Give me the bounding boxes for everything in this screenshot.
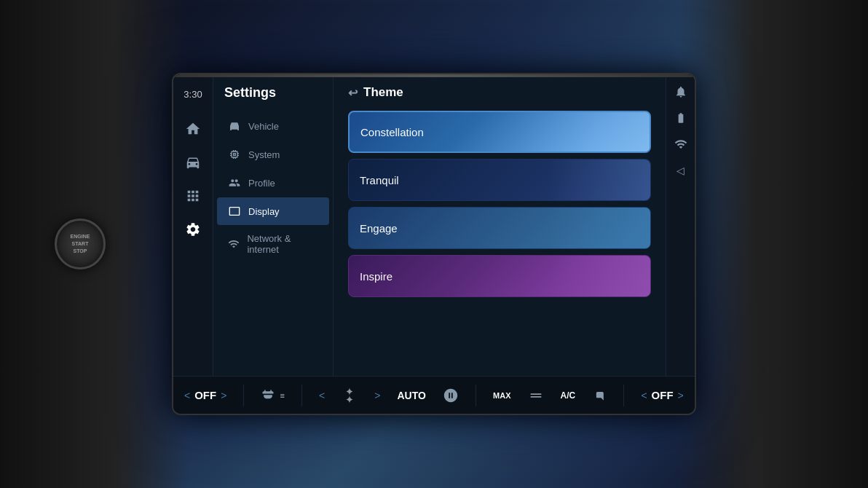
defrost-icon[interactable] xyxy=(528,387,544,404)
climate-sync-icon[interactable] xyxy=(443,387,459,404)
settings-item-system[interactable]: System xyxy=(217,141,329,168)
system-label: System xyxy=(248,149,280,160)
settings-item-profile[interactable]: Profile xyxy=(217,169,329,197)
notification-icon[interactable] xyxy=(674,85,687,101)
settings-item-vehicle[interactable]: Vehicle xyxy=(217,112,329,140)
back-icon[interactable]: ↩ xyxy=(348,86,358,100)
engage-label: Engage xyxy=(360,222,398,235)
network-icon xyxy=(228,237,240,251)
inspire-preview xyxy=(548,256,650,296)
vehicle-label: Vehicle xyxy=(248,121,279,132)
max-control[interactable]: MAX xyxy=(493,391,510,400)
sidebar-nav: 3:30 xyxy=(173,74,213,376)
infotainment-screen: 3:30 Settings Vehicle xyxy=(172,73,696,415)
divider-1 xyxy=(243,385,244,406)
sidebar-item-home[interactable] xyxy=(183,119,203,139)
theme-content-area: ↩ Theme Constellation Tranquil Engage In… xyxy=(334,74,666,376)
seat-heat-control[interactable]: ≡ xyxy=(261,388,284,403)
system-icon xyxy=(228,148,241,161)
divider-4 xyxy=(623,385,624,406)
sidebar-item-car[interactable] xyxy=(183,152,203,173)
car-interior-right xyxy=(679,0,868,488)
ac-label: A/C xyxy=(561,390,576,401)
network-label: Network & internet xyxy=(247,233,318,255)
climate-control-bar: < OFF > ≡ < > AUTO MAX xyxy=(173,376,695,414)
right-temp-value: OFF xyxy=(652,389,674,401)
fan-speed-right[interactable]: > xyxy=(374,390,380,401)
fan-control[interactable] xyxy=(342,387,358,404)
inspire-label: Inspire xyxy=(360,270,392,283)
divider-3 xyxy=(476,385,476,406)
settings-item-display[interactable]: Display xyxy=(217,197,329,225)
tranquil-preview xyxy=(548,160,650,200)
theme-option-inspire[interactable]: Inspire xyxy=(348,255,651,297)
status-icons-panel: ◁ xyxy=(666,74,695,376)
theme-option-tranquil[interactable]: Tranquil xyxy=(348,159,651,201)
right-temp-control: < OFF > xyxy=(641,389,683,401)
battery-icon xyxy=(675,112,687,127)
constellation-preview xyxy=(548,112,650,151)
left-temp-up[interactable]: > xyxy=(221,390,226,401)
screen-top-bar xyxy=(173,74,695,77)
tranquil-label: Tranquil xyxy=(360,174,399,186)
sidebar-item-apps[interactable] xyxy=(183,186,203,206)
settings-title: Settings xyxy=(213,85,333,111)
left-temp-value: OFF xyxy=(194,389,216,401)
back-nav-icon[interactable]: ◁ xyxy=(676,165,684,176)
theme-option-engage[interactable]: Engage xyxy=(348,207,651,249)
auto-control: AUTO xyxy=(398,390,426,401)
left-temp-down[interactable]: < xyxy=(184,390,190,401)
vehicle-icon xyxy=(228,119,241,133)
max-label: MAX xyxy=(493,391,510,400)
theme-title: Theme xyxy=(363,85,403,100)
seat-heat-icon: ≡ xyxy=(280,391,284,400)
time-display: 3:30 xyxy=(184,89,202,100)
rear-seat-icon[interactable] xyxy=(592,388,607,403)
settings-menu: Settings Vehicle System Profile xyxy=(213,74,334,376)
display-icon xyxy=(228,205,241,218)
engage-preview xyxy=(548,208,650,248)
profile-label: Profile xyxy=(248,178,275,189)
ac-control[interactable]: A/C xyxy=(561,390,576,401)
screen-main-area: 3:30 Settings Vehicle xyxy=(173,74,695,376)
right-temp-up[interactable]: > xyxy=(678,390,684,401)
settings-item-network[interactable]: Network & internet xyxy=(217,226,329,262)
right-temp-down[interactable]: < xyxy=(641,390,647,401)
profile-icon xyxy=(228,176,241,189)
theme-option-constellation[interactable]: Constellation xyxy=(348,111,651,153)
engine-start-button[interactable]: ENGINESTARTSTOP xyxy=(55,219,106,269)
constellation-label: Constellation xyxy=(360,126,424,138)
signal-icon xyxy=(674,138,687,154)
theme-header: ↩ Theme xyxy=(348,85,651,100)
fan-speed-left[interactable]: < xyxy=(319,390,325,401)
display-label: Display xyxy=(248,206,280,217)
left-temp-control: < OFF > xyxy=(184,389,226,401)
car-interior-left: ENGINESTARTSTOP xyxy=(0,0,189,488)
divider-2 xyxy=(301,385,302,406)
sidebar-item-settings[interactable] xyxy=(183,219,203,240)
auto-label: AUTO xyxy=(398,390,426,401)
